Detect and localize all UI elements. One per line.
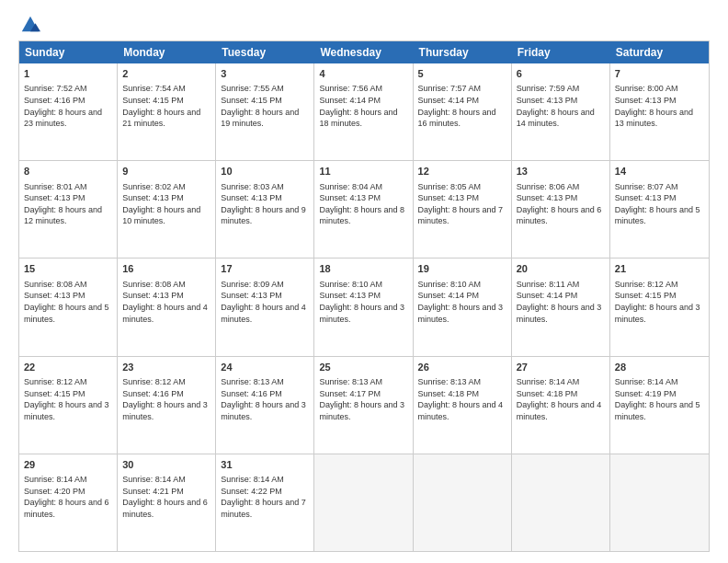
daylight-info: Daylight: 8 hours and 10 minutes. [122, 204, 210, 227]
daylight-info: Daylight: 8 hours and 3 minutes. [24, 399, 112, 422]
daylight-info: Daylight: 8 hours and 23 minutes. [24, 107, 112, 130]
page: SundayMondayTuesdayWednesdayThursdayFrid… [0, 0, 728, 563]
sunrise-info: Sunrise: 7:56 AM [319, 83, 407, 95]
day-cell-8: 8Sunrise: 8:01 AMSunset: 4:13 PMDaylight… [19, 161, 118, 258]
sunrise-info: Sunrise: 8:14 AM [517, 376, 605, 388]
day-number: 27 [517, 361, 605, 374]
sunrise-info: Sunrise: 8:03 AM [221, 181, 309, 193]
header-day-saturday: Saturday [610, 41, 709, 63]
empty-cell [414, 454, 512, 551]
header-day-friday: Friday [512, 41, 610, 63]
day-number: 20 [517, 262, 605, 276]
sunset-info: Sunset: 4:13 PM [221, 290, 309, 302]
sunrise-info: Sunrise: 7:52 AM [24, 83, 112, 95]
day-cell-21: 21Sunrise: 8:12 AMSunset: 4:15 PMDayligh… [610, 259, 709, 355]
day-number: 22 [24, 361, 112, 374]
day-cell-4: 4Sunrise: 7:56 AMSunset: 4:14 PMDaylight… [314, 63, 413, 160]
day-number: 16 [122, 262, 210, 276]
daylight-info: Daylight: 8 hours and 18 minutes. [319, 107, 407, 130]
day-cell-30: 30Sunrise: 8:14 AMSunset: 4:21 PMDayligh… [118, 454, 216, 551]
header-day-thursday: Thursday [414, 41, 512, 63]
daylight-info: Daylight: 8 hours and 19 minutes. [221, 107, 309, 130]
day-number: 3 [221, 67, 309, 81]
day-cell-24: 24Sunrise: 8:13 AMSunset: 4:16 PMDayligh… [216, 357, 314, 454]
daylight-info: Daylight: 8 hours and 5 minutes. [615, 399, 704, 422]
sunrise-info: Sunrise: 7:59 AM [517, 83, 605, 95]
sunset-info: Sunset: 4:17 PM [319, 388, 407, 400]
daylight-info: Daylight: 8 hours and 6 minutes. [24, 497, 112, 520]
sunrise-info: Sunrise: 8:05 AM [418, 181, 506, 193]
sunrise-info: Sunrise: 8:13 AM [319, 376, 407, 388]
sunrise-info: Sunrise: 8:14 AM [122, 474, 210, 486]
day-cell-14: 14Sunrise: 8:07 AMSunset: 4:13 PMDayligh… [610, 161, 709, 258]
day-number: 7 [615, 67, 704, 81]
sunrise-info: Sunrise: 8:14 AM [615, 376, 704, 388]
sunset-info: Sunset: 4:13 PM [615, 192, 704, 204]
daylight-info: Daylight: 8 hours and 4 minutes. [221, 302, 309, 325]
sunrise-info: Sunrise: 8:14 AM [24, 474, 112, 486]
header-day-wednesday: Wednesday [314, 41, 413, 63]
sunrise-info: Sunrise: 8:12 AM [615, 279, 704, 291]
day-cell-2: 2Sunrise: 7:54 AMSunset: 4:15 PMDaylight… [118, 63, 216, 160]
sunrise-info: Sunrise: 7:54 AM [122, 83, 210, 95]
day-cell-3: 3Sunrise: 7:55 AMSunset: 4:15 PMDaylight… [216, 63, 314, 160]
sunset-info: Sunset: 4:13 PM [517, 192, 605, 204]
day-cell-13: 13Sunrise: 8:06 AMSunset: 4:13 PMDayligh… [512, 161, 610, 258]
day-number: 13 [517, 165, 605, 178]
sunrise-info: Sunrise: 8:10 AM [418, 279, 506, 291]
daylight-info: Daylight: 8 hours and 5 minutes. [24, 302, 112, 325]
sunset-info: Sunset: 4:16 PM [221, 388, 309, 400]
daylight-info: Daylight: 8 hours and 6 minutes. [517, 204, 605, 227]
day-cell-6: 6Sunrise: 7:59 AMSunset: 4:13 PMDaylight… [512, 63, 610, 160]
day-cell-29: 29Sunrise: 8:14 AMSunset: 4:20 PMDayligh… [19, 454, 118, 551]
calendar-week-4: 22Sunrise: 8:12 AMSunset: 4:15 PMDayligh… [19, 356, 709, 454]
day-number: 23 [122, 361, 210, 374]
day-number: 18 [319, 262, 407, 276]
sunset-info: Sunset: 4:15 PM [221, 95, 309, 107]
header-day-sunday: Sunday [19, 41, 118, 63]
sunset-info: Sunset: 4:16 PM [122, 388, 210, 400]
daylight-info: Daylight: 8 hours and 4 minutes. [418, 399, 506, 422]
sunrise-info: Sunrise: 8:04 AM [319, 181, 407, 193]
sunrise-info: Sunrise: 8:08 AM [122, 279, 210, 291]
day-cell-9: 9Sunrise: 8:02 AMSunset: 4:13 PMDaylight… [118, 161, 216, 258]
day-cell-31: 31Sunrise: 8:14 AMSunset: 4:22 PMDayligh… [216, 454, 314, 551]
day-cell-26: 26Sunrise: 8:13 AMSunset: 4:18 PMDayligh… [414, 357, 512, 454]
sunrise-info: Sunrise: 8:12 AM [122, 376, 210, 388]
day-number: 15 [24, 262, 112, 276]
header-day-monday: Monday [118, 41, 216, 63]
empty-cell [314, 454, 413, 551]
daylight-info: Daylight: 8 hours and 16 minutes. [418, 107, 506, 130]
sunset-info: Sunset: 4:13 PM [517, 95, 605, 107]
day-cell-18: 18Sunrise: 8:10 AMSunset: 4:13 PMDayligh… [314, 259, 413, 355]
day-cell-12: 12Sunrise: 8:05 AMSunset: 4:13 PMDayligh… [414, 161, 512, 258]
daylight-info: Daylight: 8 hours and 3 minutes. [319, 302, 407, 325]
empty-cell [610, 454, 709, 551]
sunrise-info: Sunrise: 8:06 AM [517, 181, 605, 193]
calendar-week-5: 29Sunrise: 8:14 AMSunset: 4:20 PMDayligh… [19, 454, 709, 551]
daylight-info: Daylight: 8 hours and 7 minutes. [418, 204, 506, 227]
daylight-info: Daylight: 8 hours and 21 minutes. [122, 107, 210, 130]
header [18, 15, 710, 31]
day-cell-23: 23Sunrise: 8:12 AMSunset: 4:16 PMDayligh… [118, 357, 216, 454]
sunset-info: Sunset: 4:15 PM [122, 95, 210, 107]
daylight-info: Daylight: 8 hours and 3 minutes. [221, 399, 309, 422]
day-number: 10 [221, 165, 309, 178]
day-cell-17: 17Sunrise: 8:09 AMSunset: 4:13 PMDayligh… [216, 259, 314, 355]
daylight-info: Daylight: 8 hours and 6 minutes. [122, 497, 210, 520]
sunrise-info: Sunrise: 7:57 AM [418, 83, 506, 95]
day-number: 29 [24, 458, 112, 472]
day-cell-10: 10Sunrise: 8:03 AMSunset: 4:13 PMDayligh… [216, 161, 314, 258]
day-cell-25: 25Sunrise: 8:13 AMSunset: 4:17 PMDayligh… [314, 357, 413, 454]
day-number: 28 [615, 361, 704, 374]
day-cell-11: 11Sunrise: 8:04 AMSunset: 4:13 PMDayligh… [314, 161, 413, 258]
day-number: 9 [122, 165, 210, 178]
sunset-info: Sunset: 4:22 PM [221, 486, 309, 498]
daylight-info: Daylight: 8 hours and 3 minutes. [418, 302, 506, 325]
sunset-info: Sunset: 4:15 PM [615, 290, 704, 302]
day-cell-27: 27Sunrise: 8:14 AMSunset: 4:18 PMDayligh… [512, 357, 610, 454]
day-number: 11 [319, 165, 407, 178]
daylight-info: Daylight: 8 hours and 5 minutes. [615, 204, 704, 227]
daylight-info: Daylight: 8 hours and 14 minutes. [517, 107, 605, 130]
sunrise-info: Sunrise: 8:10 AM [319, 279, 407, 291]
